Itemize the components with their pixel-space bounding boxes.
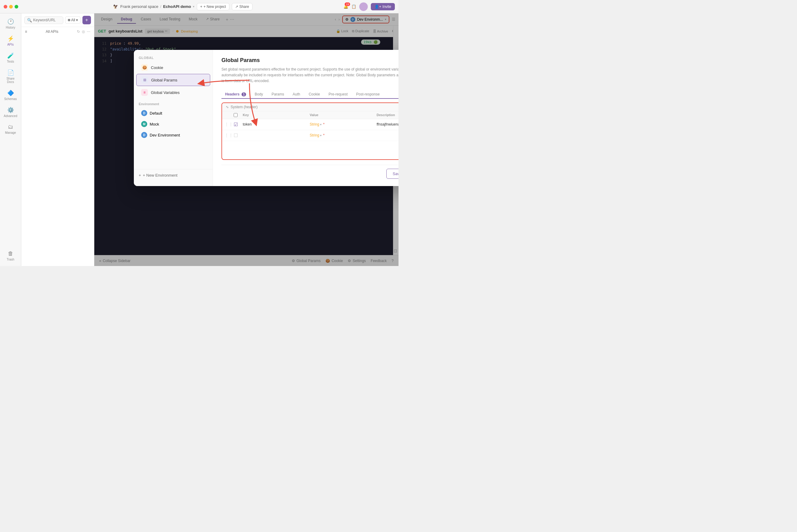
modal-nav-global-params[interactable]: ⊞ Global Params: [136, 74, 210, 86]
modal-env-default[interactable]: D Default: [136, 108, 210, 118]
close-button[interactable]: [4, 5, 7, 8]
all-filter[interactable]: All ▾: [65, 16, 80, 24]
sidebar-item-tests[interactable]: 🧪 Tests: [1, 50, 20, 66]
share-icon: ↗: [235, 4, 238, 9]
manage-label: Manage: [5, 131, 16, 134]
modal-nav-global-vars[interactable]: ≡ Global Variables: [136, 87, 210, 98]
tab-post-response[interactable]: Post-response: [353, 90, 383, 99]
param-value[interactable]: ffnsajfnwiuenajnonsdf: [376, 122, 398, 127]
sidebar-item-share-docs[interactable]: 📄 Share Docs: [1, 67, 20, 86]
modal-left-panel: Global 🍪 Cookie ⊞ Global Params ≡ Global…: [134, 50, 213, 186]
apis-icon: ⚡: [7, 35, 14, 42]
new-project-button[interactable]: + + New project: [197, 3, 229, 10]
dev-badge: D: [141, 132, 147, 138]
tab-params[interactable]: Params: [268, 90, 288, 99]
trash-icon: 🗑: [8, 250, 13, 257]
share-button[interactable]: ↗ Share: [232, 3, 253, 10]
global-vars-nav-label: Global Variables: [151, 90, 180, 95]
save-and-close-button[interactable]: Save and Close: [386, 169, 398, 179]
check-col: [234, 113, 243, 117]
tests-icon: 🧪: [7, 52, 14, 59]
mock-badge: M: [141, 121, 147, 127]
modal-overlay[interactable]: Global 🍪 Cookie ⊞ Global Params ≡ Global…: [94, 13, 398, 266]
avatar[interactable]: [359, 2, 368, 11]
modal-description: Set global request parameters effective …: [221, 66, 398, 84]
dev-env-label: Dev Environment: [150, 133, 180, 137]
modal-env-mock[interactable]: M Mock: [136, 119, 210, 129]
type-label[interactable]: String: [310, 122, 319, 127]
row-checkbox[interactable]: ☑: [234, 121, 243, 127]
default-badge: D: [141, 110, 147, 116]
tab-headers[interactable]: Headers 1: [221, 90, 250, 99]
add-button[interactable]: +: [82, 16, 91, 24]
drag-handle[interactable]: ⋮⋮: [224, 133, 234, 138]
plus-icon: +: [200, 4, 202, 9]
select-all-checkbox[interactable]: [234, 113, 238, 117]
titlebar: 🦅 Frank personal space / EchoAPI demo ▾ …: [0, 0, 398, 13]
sidebar-item-apis[interactable]: ⚡ APIs: [1, 33, 20, 49]
row-checkbox-empty[interactable]: ☐: [234, 133, 243, 138]
value-col-header: Value: [310, 113, 376, 117]
invite-button[interactable]: 👤+ Invite: [371, 3, 395, 10]
modal-env-dev[interactable]: D Dev Environment: [136, 130, 210, 140]
type-label[interactable]: String: [310, 133, 319, 137]
more-icon[interactable]: ⋯: [87, 30, 90, 34]
filter-icon[interactable]: ◎: [82, 30, 85, 34]
breadcrumb-sep: /: [160, 4, 162, 9]
modal-container: Global 🍪 Cookie ⊞ Global Params ≡ Global…: [134, 50, 398, 186]
system-header-label: System (header): [230, 105, 258, 109]
drag-col: [224, 113, 234, 117]
new-environment-button[interactable]: + + New Environment: [134, 169, 212, 181]
history-icon: 🕐: [7, 18, 14, 25]
titlebar-right: 🔔 19 📋 👤+ Invite: [344, 2, 395, 11]
sidebar-item-history[interactable]: 🕐 History: [1, 16, 20, 32]
table-row: ⋮⋮ ☑ token String ▾ * ffnsajfnwiuenajnon…: [222, 119, 398, 130]
trash-label: Trash: [7, 258, 14, 261]
param-key[interactable]: token: [243, 122, 310, 127]
headers-count: 1: [242, 92, 246, 96]
param-type-empty: String ▾ *: [310, 133, 376, 137]
modal-right-panel: × Global Params Set global request param…: [213, 50, 398, 186]
global-params-nav-label: Global Params: [151, 78, 177, 82]
project-name[interactable]: EchoAPI demo: [163, 4, 191, 9]
filter-label: All: [71, 18, 75, 22]
api-sidebar: 🔍 All ▾ + ≡ All APIs ↻ ◎ ⋯: [21, 13, 94, 266]
notification-button[interactable]: 🔔 19: [344, 4, 348, 9]
titlebar-center: 🦅 Frank personal space / EchoAPI demo ▾ …: [22, 3, 344, 10]
chevron-down-icon[interactable]: ▾: [320, 123, 321, 126]
expand-icon[interactable]: ∿: [226, 105, 229, 109]
traffic-lights: [4, 5, 18, 8]
breadcrumb: Frank personal space / EchoAPI demo ▾: [121, 4, 194, 9]
api-sidebar-header: 🔍 All ▾ +: [21, 13, 94, 27]
invite-label: Invite: [383, 4, 391, 9]
api-list: [21, 36, 94, 266]
tab-auth[interactable]: Auth: [289, 90, 304, 99]
desc-col-header: Description: [376, 113, 398, 117]
maximize-button[interactable]: [15, 5, 18, 8]
share-label: Share: [239, 4, 249, 9]
sidebar-item-manage[interactable]: 🗂 Manage: [1, 121, 20, 137]
vars-nav-icon: ≡: [141, 89, 148, 96]
notes-icon[interactable]: 📋: [351, 4, 356, 9]
modal-nav-cookie[interactable]: 🍪 Cookie: [136, 62, 210, 73]
required-marker: *: [323, 122, 325, 127]
tab-pre-request[interactable]: Pre-request: [325, 90, 351, 99]
refresh-icon[interactable]: ↻: [77, 30, 80, 34]
new-project-label: + New project: [204, 4, 226, 9]
params-nav-icon: ⊞: [142, 77, 148, 83]
sidebar-item-trash[interactable]: 🗑 Trash: [1, 248, 20, 264]
minimize-button[interactable]: [9, 5, 13, 8]
plus-icon: +: [139, 173, 141, 177]
main-content: Design Debug Cases Load Testing Mock ↗ S…: [94, 13, 398, 266]
drag-handle[interactable]: ⋮⋮: [224, 122, 234, 127]
sidebar-item-schemas[interactable]: 🔷 Schemas: [1, 87, 20, 103]
sidebar-item-advanced[interactable]: ⚙️ Advanced: [1, 104, 20, 120]
tab-body[interactable]: Body: [251, 90, 266, 99]
search-box[interactable]: 🔍: [24, 16, 63, 24]
advanced-label: Advanced: [4, 114, 17, 118]
chevron-down-icon[interactable]: ▾: [320, 134, 321, 137]
search-input[interactable]: [33, 18, 57, 22]
tab-cookie[interactable]: Cookie: [305, 90, 324, 99]
default-env-label: Default: [150, 111, 162, 115]
cookie-nav-label: Cookie: [151, 65, 163, 70]
